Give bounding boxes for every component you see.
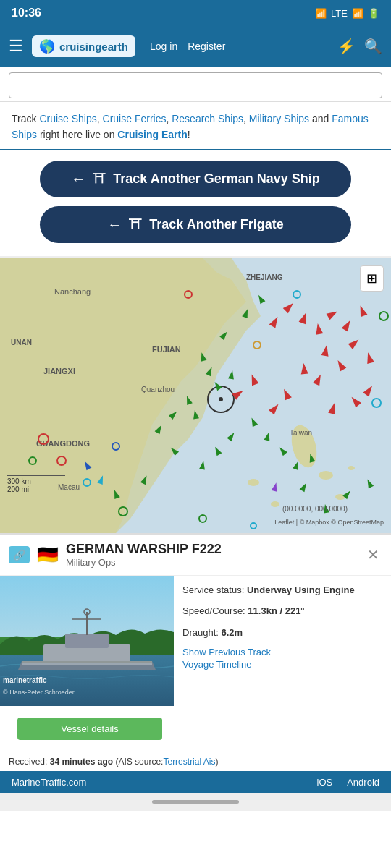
ship-title-block: GERMAN WARSHIP F222 Military Ops: [66, 542, 357, 568]
ship-link-icon[interactable]: 🔗: [9, 546, 30, 563]
bluetooth-icon: 📶: [315, 8, 327, 19]
service-label: Service status:: [182, 584, 244, 595]
svg-point-17: [219, 397, 223, 401]
ship-image: marinetraffic © Hans-Peter Schroeder: [0, 576, 174, 706]
footer-links: iOS Android: [317, 777, 379, 788]
service-value: Underway Using Engine: [247, 584, 355, 595]
android-link[interactable]: Android: [347, 777, 379, 788]
home-indicator: [0, 793, 391, 811]
navbar: ☰ 🌎 cruisingearth Log in Register ⚡ 🔍: [0, 26, 391, 67]
draught-row: Draught: 6.2m: [182, 626, 382, 640]
status-bar: 10:36 📶 LTE 📶 🔋: [0, 0, 391, 26]
search-input[interactable]: [9, 72, 382, 98]
received-label: Received:: [9, 757, 47, 767]
scale-300km: 300 km: [7, 477, 65, 485]
svg-text:Quanzhou: Quanzhou: [141, 386, 175, 393]
battery-icon: 🔋: [368, 8, 379, 19]
vessel-details-button[interactable]: Vessel details: [17, 718, 162, 740]
track-frigate-label: Track Another Frigate: [149, 217, 283, 232]
lightning-icon[interactable]: ⚡: [337, 38, 356, 55]
svg-text:Taiwan: Taiwan: [290, 429, 312, 437]
track-frigate-button[interactable]: ← ⛩ Track Another Frigate: [40, 206, 351, 243]
ship-category: Military Ops: [66, 557, 357, 568]
ship-close-button[interactable]: ✕: [364, 543, 382, 566]
register-link[interactable]: Register: [188, 41, 225, 52]
military-ships-link[interactable]: Military Ships: [249, 113, 309, 124]
map-grid-button[interactable]: ⊞: [360, 265, 384, 292]
buttons-section: ← ⛩ Track Another German Navy Ship ← ⛩ T…: [0, 150, 391, 258]
cruise-ferries-link[interactable]: Cruise Ferries: [103, 113, 167, 124]
lte-label: LTE: [331, 8, 348, 19]
svg-rect-88: [22, 661, 152, 663]
track-german-navy-label: Track Another German Navy Ship: [113, 171, 319, 187]
svg-text:FUJIAN: FUJIAN: [152, 345, 181, 354]
ship-links: Show Previous Track Voyage Timeline: [182, 647, 382, 670]
track-german-navy-button[interactable]: ← ⛩ Track Another German Navy Ship: [40, 161, 351, 197]
cruise-ships-link[interactable]: Cruise Ships: [39, 113, 96, 124]
svg-text:JIANGXI: JIANGXI: [43, 367, 75, 375]
ship-flag: 🇩🇪: [37, 545, 59, 565]
svg-point-4: [319, 471, 333, 480]
service-status-row: Service status: Underway Using Engine: [182, 583, 382, 597]
ais-source-prefix: (AIS source:: [115, 757, 163, 767]
speed-label: Speed/Course:: [182, 605, 245, 616]
ship-received: Received: 34 minutes ago (AIS source:Ter…: [0, 752, 391, 771]
footer-bar: MarineTraffic.com iOS Android: [0, 771, 391, 793]
svg-text:ZHEJIANG: ZHEJIANG: [246, 273, 283, 281]
nav-links: Log in Register: [150, 41, 225, 52]
draught-value: 6.2m: [222, 627, 243, 638]
copyright-label: © Hans-Peter Schroeder: [3, 689, 75, 696]
show-previous-track-link[interactable]: Show Previous Track: [182, 647, 382, 658]
svg-text:UNAN: UNAN: [11, 339, 32, 346]
status-time: 10:36: [12, 7, 41, 20]
svg-point-6: [348, 466, 355, 470]
speed-value: 11.3kn / 221°: [248, 605, 304, 616]
map-scale: 300 km 200 mi: [7, 475, 65, 493]
svg-point-3: [271, 501, 279, 507]
search-icon[interactable]: 🔍: [364, 38, 382, 55]
svg-point-2: [248, 479, 259, 486]
home-bar: [152, 800, 239, 804]
ship-icon-2: ⛩: [129, 217, 142, 232]
svg-text:Nanchang: Nanchang: [54, 287, 91, 296]
globe-icon: 🌎: [39, 38, 55, 54]
ais-source-suffix: ): [215, 757, 218, 767]
ship-panel: 🔗 🇩🇪 GERMAN WARSHIP F222 Military Ops ✕: [0, 533, 391, 771]
ship-content: marinetraffic © Hans-Peter Schroeder Ser…: [0, 576, 391, 706]
draught-label: Draught:: [182, 627, 219, 638]
tracking-text: Track Cruise Ships, Cruise Ferries, Rese…: [12, 111, 379, 143]
svg-rect-84: [65, 634, 109, 648]
footer-site: MarineTraffic.com: [12, 777, 86, 788]
speed-row: Speed/Course: 11.3kn / 221°: [182, 604, 382, 618]
logo-container[interactable]: 🌎 cruisingearth: [32, 35, 135, 57]
received-time: 34 minutes ago: [50, 757, 113, 767]
voyage-timeline-link[interactable]: Voyage Timeline: [182, 659, 382, 670]
ship-name: GERMAN WARSHIP F222: [66, 542, 357, 557]
ios-link[interactable]: iOS: [317, 777, 333, 788]
scale-200mi: 200 mi: [7, 485, 65, 493]
ship-photo-svg: [0, 576, 174, 706]
ship-header: 🔗 🇩🇪 GERMAN WARSHIP F222 Military Ops ✕: [0, 535, 391, 576]
back-arrow-icon-1: ←: [71, 171, 85, 187]
logo-text: cruisingearth: [59, 41, 128, 53]
login-link[interactable]: Log in: [150, 41, 177, 52]
ship-details: Service status: Underway Using Engine Sp…: [174, 576, 391, 706]
search-bar-wrapper: [0, 67, 391, 102]
map-attribution: Leaflet | © Mapbox © OpenStreetMap: [274, 519, 384, 526]
hamburger-menu[interactable]: ☰: [9, 37, 23, 56]
research-ships-link[interactable]: Research Ships: [172, 113, 243, 124]
ais-source-link[interactable]: Terrestrial Ais: [163, 757, 215, 767]
watermark-label: marinetraffic: [3, 676, 47, 684]
map-container[interactable]: Nanchang ZHEJIANG UNAN JIANGXI FUJIAN GU…: [0, 258, 391, 533]
map-coords: (00.0000, 000.0000): [282, 505, 348, 513]
brand-name: Cruising Earth: [117, 129, 187, 140]
ship-icon-1: ⛩: [93, 171, 106, 187]
status-icons: 📶 LTE 📶 🔋: [315, 8, 379, 19]
tracking-section: Track Cruise Ships, Cruise Ferries, Rese…: [0, 102, 391, 150]
back-arrow-icon-2: ←: [107, 216, 122, 233]
signal-icon: 📶: [352, 8, 363, 19]
vessel-details-wrapper: Vessel details: [0, 706, 391, 752]
